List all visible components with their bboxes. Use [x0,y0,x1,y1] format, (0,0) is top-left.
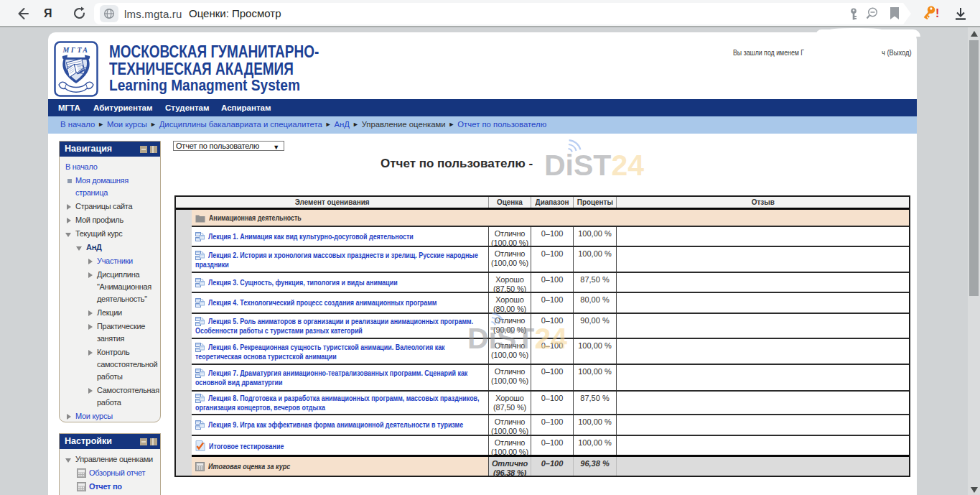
svg-text:!: ! [935,7,939,19]
svg-text:МГТА: МГТА [62,46,89,54]
